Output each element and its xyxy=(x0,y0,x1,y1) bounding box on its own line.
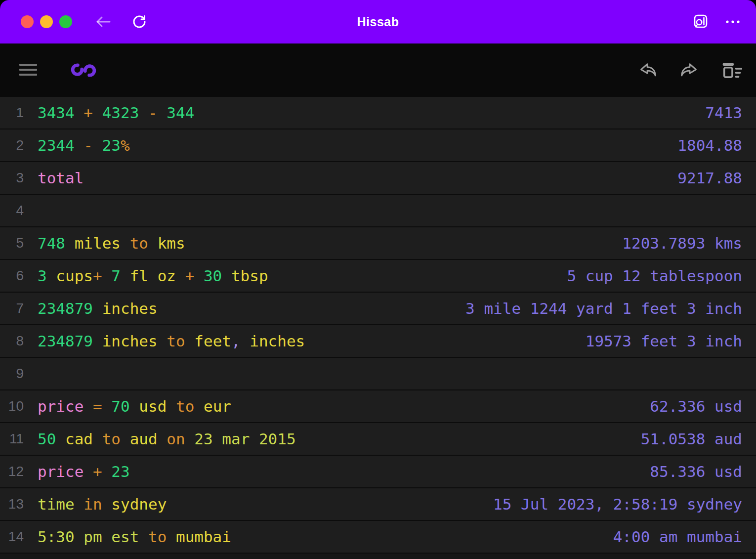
clear-all-button[interactable] xyxy=(719,60,742,80)
expression-input[interactable]: price = 70 usd to eur xyxy=(38,397,650,415)
expression-input[interactable]: price + 23 xyxy=(38,463,650,480)
menu-button[interactable] xyxy=(19,63,38,78)
token-number: 30 xyxy=(204,267,231,285)
token-number: 3434 xyxy=(38,104,84,122)
calc-row[interactable]: 8234879 inches to feet, inches19573 feet… xyxy=(0,325,756,358)
undo-button[interactable] xyxy=(638,61,658,79)
calc-row[interactable]: 145:30 pm est to mumbai4:00 am mumbai xyxy=(0,521,756,554)
calc-row[interactable]: 5748 miles to kms1203.7893 kms xyxy=(0,227,756,260)
result-value: 7413 xyxy=(705,104,742,122)
token-number: 4323 xyxy=(102,104,148,122)
close-window-button[interactable] xyxy=(21,15,34,28)
token-unit: usd xyxy=(139,397,176,415)
token-datetime: 23 mar 2015 xyxy=(194,430,295,448)
token-number: 344 xyxy=(167,104,194,122)
clear-all-icon xyxy=(719,60,742,80)
token-unit: kms xyxy=(158,234,185,252)
toolbar xyxy=(0,43,756,97)
token-number: 748 xyxy=(38,234,75,252)
find-in-page-icon xyxy=(693,13,709,30)
token-number: 234879 xyxy=(38,300,102,317)
calc-row[interactable]: 9 xyxy=(0,358,756,390)
token-unit: eur xyxy=(204,397,231,415)
token-number: 23 xyxy=(102,136,121,154)
calc-row[interactable]: 22344 - 23%1804.88 xyxy=(0,129,756,162)
reload-button[interactable] xyxy=(131,14,147,30)
back-icon xyxy=(95,14,112,29)
reload-icon xyxy=(131,14,147,30)
rows: 13434 + 4323 - 344741322344 - 23%1804.88… xyxy=(0,97,756,559)
expression-input[interactable]: time in sydney xyxy=(38,495,493,513)
calc-row[interactable]: 63 cups+ 7 fl oz + 30 tbsp5 cup 12 table… xyxy=(0,260,756,293)
token-unit: cups xyxy=(56,267,93,285)
back-button[interactable] xyxy=(95,14,112,29)
expression-input[interactable]: 50 cad to aud on 23 mar 2015 xyxy=(38,430,641,448)
calc-row[interactable]: 7234879 inches3 mile 1244 yard 1 feet 3 … xyxy=(0,293,756,325)
expression-input[interactable]: 3434 + 4323 - 344 xyxy=(38,104,705,122)
redo-button[interactable] xyxy=(679,61,699,79)
result-value: 4:00 am mumbai xyxy=(613,528,742,546)
line-number: 14 xyxy=(0,529,24,545)
result-value: 19573 feet 3 inch xyxy=(586,332,742,350)
zoom-window-button[interactable] xyxy=(59,15,72,28)
expression-input[interactable]: 5:30 pm est to mumbai xyxy=(38,528,613,546)
expression-input[interactable]: 3 cups+ 7 fl oz + 30 tbsp xyxy=(38,267,567,285)
result-value: 5 cup 12 tablespoon xyxy=(567,267,742,285)
expression-input[interactable]: 234879 inches to feet, inches xyxy=(38,332,586,350)
token-keyword: on xyxy=(167,430,194,448)
line-number: 7 xyxy=(0,301,24,316)
token-unit: feet xyxy=(194,332,231,350)
token-unit: inches xyxy=(102,300,158,317)
more-icon xyxy=(724,19,741,25)
calc-row[interactable]: 12price + 2385.336 usd xyxy=(0,456,756,488)
titlebar-actions xyxy=(693,13,741,30)
token-number: 23 xyxy=(111,463,129,480)
token-operator: - xyxy=(148,104,167,122)
more-button[interactable] xyxy=(724,19,741,25)
token-operator: - xyxy=(84,136,102,154)
token-number: 234879 xyxy=(38,332,102,350)
token-unit: miles xyxy=(75,234,130,252)
result-value: 3 mile 1244 yard 1 feet 3 inch xyxy=(465,300,742,317)
token-number: 3 xyxy=(38,267,56,285)
line-number: 9 xyxy=(0,366,24,382)
token-keyword: to xyxy=(102,430,130,448)
result-value: 62.336 usd xyxy=(650,397,742,415)
token-operator: % xyxy=(121,136,130,154)
window-title: Hissab xyxy=(0,15,756,29)
token-unit: fl oz xyxy=(130,267,185,285)
token-operator: + xyxy=(84,104,102,122)
token-keyword: to xyxy=(167,332,194,350)
token-unit: inches xyxy=(250,332,305,350)
result-value: 85.336 usd xyxy=(650,463,742,480)
result-value: 1203.7893 kms xyxy=(622,234,742,252)
calc-row[interactable]: 13434 + 4323 - 3447413 xyxy=(0,97,756,129)
expression-input[interactable]: total xyxy=(38,169,677,187)
calc-row[interactable]: 1150 cad to aud on 23 mar 201551.0538 au… xyxy=(0,423,756,456)
line-number: 13 xyxy=(0,496,24,512)
minimize-window-button[interactable] xyxy=(40,15,53,28)
app-logo[interactable] xyxy=(69,62,98,79)
calc-row[interactable]: 13time in sydney15 Jul 2023, 2:58:19 syd… xyxy=(0,488,756,521)
titlebar: Hissab xyxy=(0,0,756,43)
expression-input[interactable]: 748 miles to kms xyxy=(38,234,622,252)
result-value: 15 Jul 2023, 2:58:19 sydney xyxy=(493,495,742,513)
token-unit: sydney xyxy=(111,495,167,513)
line-number: 12 xyxy=(0,464,24,479)
calc-row[interactable]: 4 xyxy=(0,195,756,227)
token-unit: inches xyxy=(102,332,167,350)
calc-row[interactable]: 3total9217.88 xyxy=(0,162,756,195)
infinity-logo-icon xyxy=(69,62,98,79)
line-number: 8 xyxy=(0,333,24,349)
expression-input[interactable]: 2344 - 23% xyxy=(38,136,677,154)
token-unit: aud xyxy=(130,430,167,448)
find-in-page-button[interactable] xyxy=(693,13,709,30)
token-variable: price xyxy=(38,397,93,415)
token-unit: tbsp xyxy=(231,267,268,285)
token-operator: + xyxy=(93,463,111,480)
token-operator: + xyxy=(185,267,204,285)
expression-input[interactable]: 234879 inches xyxy=(38,300,465,317)
token-datetime: 5:30 pm est xyxy=(38,528,148,546)
calc-row[interactable]: 10price = 70 usd to eur62.336 usd xyxy=(0,390,756,423)
window-controls xyxy=(21,15,72,28)
